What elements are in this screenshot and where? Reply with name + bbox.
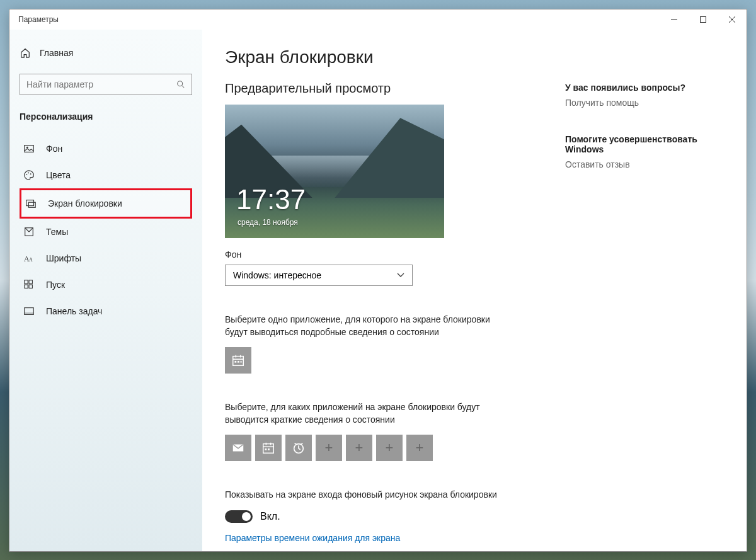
svg-rect-21 (241, 361, 242, 363)
lockscreen-icon (25, 198, 37, 209)
svg-rect-13 (29, 280, 32, 283)
svg-rect-25 (268, 449, 270, 450)
right-column: У вас появились вопросы? Получить помощь… (565, 47, 735, 551)
detailed-status-row (225, 347, 565, 374)
sidebar-item-label: Пуск (46, 280, 65, 290)
svg-rect-8 (28, 202, 35, 207)
window-title: Параметры (18, 15, 59, 24)
preview-decoration (335, 118, 444, 198)
svg-rect-0 (701, 17, 706, 23)
start-icon (23, 279, 35, 290)
sidebar-item-label: Темы (46, 227, 68, 237)
svg-point-4 (26, 174, 28, 175)
themes-icon (23, 226, 35, 237)
svg-point-3 (26, 147, 28, 149)
show-bg-toggle[interactable] (225, 510, 253, 523)
plus-icon: + (416, 440, 424, 456)
toggle-state-label: Вкл. (260, 511, 280, 522)
svg-rect-20 (238, 361, 239, 363)
sidebar-item-taskbar[interactable]: Панель задач (20, 298, 192, 324)
mail-icon (231, 441, 245, 455)
settings-window: Параметры Главная (9, 9, 747, 552)
detailed-app-calendar[interactable] (225, 347, 251, 374)
svg-rect-19 (235, 361, 237, 363)
sidebar-item-label: Цвета (46, 170, 71, 180)
search-input[interactable] (26, 79, 176, 89)
quick-app-mail[interactable] (225, 435, 251, 461)
taskbar-icon (23, 306, 35, 317)
quick-app-add-slot[interactable]: + (376, 435, 403, 461)
quick-app-add-slot[interactable]: + (346, 435, 372, 461)
preview-time: 17:37 (236, 184, 306, 215)
main-panel: Экран блокировки Предварительный просмот… (202, 30, 747, 551)
show-bg-label: Показывать на экране входа фоновый рисун… (225, 489, 515, 501)
background-dropdown[interactable]: Windows: интересное (225, 265, 413, 286)
quick-app-add-slot[interactable]: + (316, 435, 342, 461)
svg-rect-2 (25, 146, 33, 152)
main-column: Экран блокировки Предварительный просмот… (225, 47, 565, 551)
quick-status-label: Выберите, для каких приложений на экране… (225, 401, 515, 426)
plus-icon: + (386, 440, 394, 456)
sidebar-item-label: Экран блокировки (48, 198, 122, 209)
svg-point-1 (178, 81, 183, 86)
feedback-heading: Помогите усовершенствовать Windows (565, 134, 718, 154)
picture-icon (23, 143, 35, 154)
sidebar-item-lockscreen[interactable]: Экран блокировки (20, 188, 192, 219)
dropdown-value: Windows: интересное (233, 270, 321, 280)
sidebar-item-label: Панель задач (46, 306, 102, 316)
fonts-icon: AA (23, 253, 35, 264)
calendar-icon (261, 441, 275, 455)
sidebar-item-label: Фон (46, 144, 62, 154)
sidebar-item-start[interactable]: Пуск (20, 271, 192, 298)
content-area: Главная Персонализация Фон Цвета (9, 30, 747, 551)
home-icon (20, 47, 31, 59)
search-box[interactable] (20, 74, 192, 95)
sidebar: Главная Персонализация Фон Цвета (9, 30, 202, 551)
quick-status-row: + + + + (225, 435, 565, 461)
search-icon (176, 80, 185, 89)
home-label: Главная (40, 48, 73, 58)
calendar-icon (231, 353, 245, 367)
sidebar-item-fonts[interactable]: AA Шрифты (20, 245, 192, 271)
maximize-button[interactable] (689, 9, 718, 30)
svg-rect-14 (25, 285, 28, 288)
svg-text:A: A (29, 257, 33, 263)
plus-icon: + (355, 440, 364, 456)
titlebar: Параметры (9, 9, 747, 30)
chevron-down-icon (397, 273, 404, 278)
svg-point-6 (30, 173, 32, 174)
preview-date: среда, 18 ноября (238, 218, 298, 227)
svg-rect-17 (25, 312, 33, 315)
sidebar-item-colors[interactable]: Цвета (20, 162, 192, 188)
svg-rect-23 (263, 444, 274, 454)
palette-icon (23, 169, 35, 181)
sidebar-item-label: Шрифты (46, 253, 81, 263)
help-heading: У вас появились вопросы? (565, 83, 718, 93)
svg-rect-15 (29, 285, 32, 288)
preview-heading: Предварительный просмотр (225, 81, 565, 96)
clock-icon (292, 441, 306, 455)
page-title: Экран блокировки (225, 47, 565, 67)
svg-point-5 (28, 173, 29, 174)
sidebar-item-background[interactable]: Фон (20, 135, 192, 162)
quick-app-calendar[interactable] (255, 435, 282, 461)
screen-timeout-link[interactable]: Параметры времени ожидания для экрана (225, 533, 565, 543)
svg-rect-18 (233, 357, 244, 366)
quick-app-alarm[interactable] (285, 435, 312, 461)
section-label: Персонализация (20, 109, 192, 124)
sidebar-item-themes[interactable]: Темы (20, 219, 192, 245)
svg-rect-24 (265, 449, 267, 450)
get-help-link[interactable]: Получить помощь (565, 98, 718, 108)
lockscreen-preview: 17:37 среда, 18 ноября (225, 105, 444, 238)
minimize-button[interactable] (660, 9, 689, 30)
svg-rect-7 (26, 200, 34, 206)
quick-app-add-slot[interactable]: + (406, 435, 433, 461)
svg-rect-12 (25, 280, 28, 283)
titlebar-buttons (660, 9, 747, 30)
home-button[interactable]: Главная (20, 43, 192, 62)
feedback-link[interactable]: Оставить отзыв (565, 159, 718, 169)
plus-icon: + (325, 440, 333, 456)
close-button[interactable] (718, 9, 747, 30)
background-label: Фон (225, 249, 565, 260)
detailed-status-label: Выберите одно приложение, для которого н… (225, 314, 515, 338)
